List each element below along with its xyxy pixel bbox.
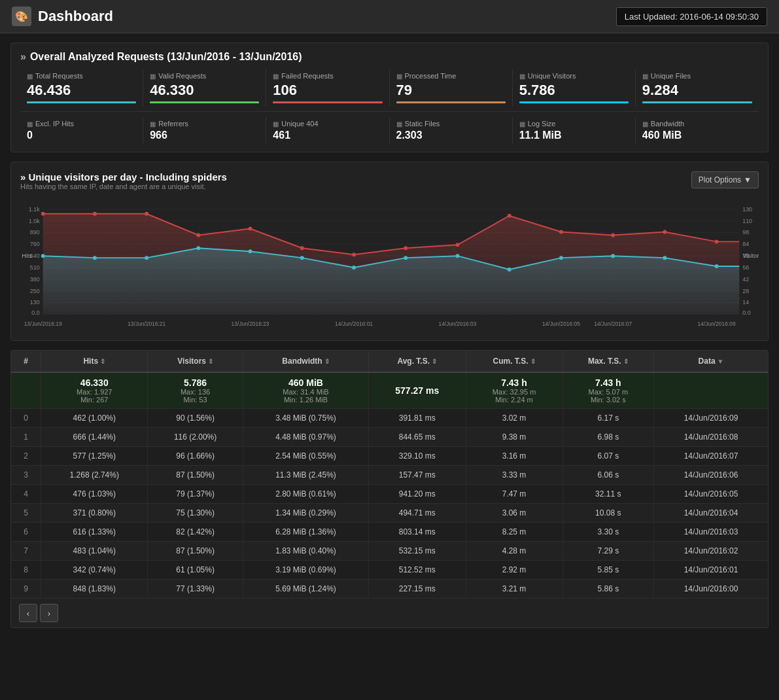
chart-icon: ▦ bbox=[273, 120, 279, 128]
svg-point-47 bbox=[93, 256, 97, 260]
row-num: 7 bbox=[11, 542, 41, 561]
row-cum-ts: 9.38 m bbox=[466, 428, 563, 447]
row-num: 4 bbox=[11, 485, 41, 504]
chart-icon: ▦ bbox=[642, 120, 648, 128]
svg-point-46 bbox=[41, 254, 45, 258]
svg-point-57 bbox=[611, 254, 615, 258]
col-header-num: # bbox=[11, 351, 41, 372]
svg-text:0.0: 0.0 bbox=[31, 309, 39, 316]
svg-text:1.0k: 1.0k bbox=[29, 218, 40, 224]
svg-text:14/Jun/2016:07: 14/Jun/2016:07 bbox=[594, 321, 632, 327]
row-avg-ts: 803.14 ms bbox=[369, 523, 466, 542]
row-avg-ts: 941.20 ms bbox=[369, 485, 466, 504]
col-header-avg-ts[interactable]: Avg. T.S. ⇕ bbox=[369, 351, 466, 372]
row-bandwidth: 2.54 MiB (0.55%) bbox=[243, 447, 369, 466]
svg-point-40 bbox=[508, 214, 511, 218]
svg-text:13/Jun/2016:23: 13/Jun/2016:23 bbox=[232, 321, 269, 327]
stat-value-total-requests: 46.436 bbox=[27, 82, 136, 99]
summary-cum-ts: 7.43 hMax: 32.95 mMin: 2.24 m bbox=[466, 372, 563, 409]
stat-unique-files: ▦ Unique Files 9.284 bbox=[636, 69, 759, 106]
stat-label-static-files: ▦ Static Files bbox=[396, 120, 506, 128]
stat-bar-valid-requests bbox=[150, 101, 259, 103]
next-page-button[interactable]: › bbox=[40, 604, 58, 622]
row-max-ts: 3.30 s bbox=[563, 523, 654, 542]
col-header-max-ts[interactable]: Max. T.S. ⇕ bbox=[563, 351, 654, 372]
row-visitors: 116 (2.00%) bbox=[148, 428, 243, 447]
row-bandwidth: 3.19 MiB (0.69%) bbox=[243, 561, 369, 580]
svg-text:13/Jun/2016:21: 13/Jun/2016:21 bbox=[128, 321, 165, 327]
last-updated-badge: Last Updated: 2016-06-14 09:50:30 bbox=[616, 7, 767, 26]
row-cum-ts: 4.28 m bbox=[466, 542, 563, 561]
stat-value-bandwidth: 460 MiB bbox=[642, 130, 752, 141]
chart-title-block: » Unique visitors per day - Including sp… bbox=[20, 171, 227, 197]
stat-value-valid-requests: 46.330 bbox=[150, 82, 259, 99]
stat-referrers: ▦ Referrers 966 bbox=[143, 117, 266, 144]
row-cum-ts: 3.16 m bbox=[466, 447, 563, 466]
col-header-visitors[interactable]: Visitors ⇕ bbox=[148, 351, 243, 372]
chart-icon: ▦ bbox=[27, 73, 33, 80]
svg-text:13/Jun/2016:19: 13/Jun/2016:19 bbox=[24, 321, 62, 327]
svg-text:98: 98 bbox=[742, 229, 749, 236]
row-num: 3 bbox=[11, 466, 41, 485]
svg-point-48 bbox=[145, 256, 148, 260]
svg-text:56: 56 bbox=[742, 264, 749, 271]
row-avg-ts: 532.15 ms bbox=[369, 542, 466, 561]
svg-point-49 bbox=[196, 246, 200, 250]
stat-excl-ip-hits: ▦ Excl. IP Hits 0 bbox=[20, 117, 143, 144]
row-cum-ts: 3.06 m bbox=[466, 504, 563, 523]
svg-text:1.1k: 1.1k bbox=[29, 206, 40, 213]
svg-text:760: 760 bbox=[30, 241, 40, 247]
summary-visitors: 5.786Max: 136Min: 53 bbox=[148, 372, 243, 409]
stat-value-unique-404: 461 bbox=[273, 130, 382, 141]
row-hits: 1.268 (2.74%) bbox=[41, 466, 148, 485]
row-data: 14/Jun/2016:08 bbox=[654, 428, 768, 447]
stat-label-unique-visitors: ▦ Unique Visitors bbox=[519, 72, 629, 80]
svg-point-37 bbox=[352, 253, 356, 256]
table-row: 4 476 (1.03%) 79 (1.37%) 2.80 MiB (0.61%… bbox=[11, 485, 768, 504]
row-max-ts: 6.17 s bbox=[563, 409, 654, 428]
svg-point-42 bbox=[611, 233, 615, 237]
plot-options-button[interactable]: Plot Options ▼ bbox=[691, 171, 759, 188]
stat-total-requests: ▦ Total Requests 46.436 bbox=[20, 69, 143, 106]
table-row: 5 371 (0.80%) 75 (1.30%) 1.34 MiB (0.29%… bbox=[11, 504, 768, 523]
chart-icon: ▦ bbox=[642, 73, 648, 80]
col-header-cum-ts[interactable]: Cum. T.S. ⇕ bbox=[466, 351, 563, 372]
chart-container: 1.1k 1.0k 890 760 640 510 380 250 130 0.… bbox=[20, 200, 759, 331]
svg-text:Visitors: Visitors bbox=[743, 253, 759, 259]
svg-point-54 bbox=[456, 254, 460, 258]
chart-icon: ▦ bbox=[273, 73, 279, 80]
row-max-ts: 10.08 s bbox=[563, 504, 654, 523]
svg-point-53 bbox=[404, 256, 407, 260]
row-data: 14/Jun/2016:03 bbox=[654, 523, 768, 542]
col-header-data[interactable]: Data ▼ bbox=[654, 351, 768, 372]
row-avg-ts: 157.47 ms bbox=[369, 466, 466, 485]
table-row: 1 666 (1.44%) 116 (2.00%) 4.48 MiB (0.97… bbox=[11, 428, 768, 447]
stat-label-excl-ip-hits: ▦ Excl. IP Hits bbox=[27, 120, 136, 128]
svg-point-34 bbox=[196, 233, 200, 237]
col-header-hits[interactable]: Hits ⇕ bbox=[41, 351, 148, 372]
svg-point-52 bbox=[352, 266, 356, 270]
stat-label-failed-requests: ▦ Failed Requests bbox=[273, 72, 382, 80]
col-header-bandwidth[interactable]: Bandwidth ⇕ bbox=[243, 351, 369, 372]
svg-point-39 bbox=[456, 243, 460, 247]
svg-point-51 bbox=[300, 256, 304, 260]
prev-page-button[interactable]: ‹ bbox=[19, 604, 37, 622]
svg-text:380: 380 bbox=[30, 276, 40, 283]
data-table: # Hits ⇕ Visitors ⇕ Bandwidth ⇕ Avg. T.S… bbox=[11, 351, 768, 599]
row-bandwidth: 11.3 MiB (2.45%) bbox=[243, 466, 369, 485]
row-visitors: 77 (1.33%) bbox=[148, 580, 243, 599]
svg-text:14/Jun/2016:03: 14/Jun/2016:03 bbox=[438, 321, 476, 327]
row-data: 14/Jun/2016:04 bbox=[654, 504, 768, 523]
stat-bandwidth: ▦ Bandwidth 460 MiB bbox=[636, 117, 759, 144]
stat-unique-404: ▦ Unique 404 461 bbox=[266, 117, 389, 144]
row-hits: 342 (0.74%) bbox=[41, 561, 148, 580]
chart-section-header: » Unique visitors per day - Including sp… bbox=[20, 171, 759, 197]
svg-text:14/Jun/2016:01: 14/Jun/2016:01 bbox=[335, 321, 373, 327]
row-avg-ts: 227.15 ms bbox=[369, 580, 466, 599]
row-max-ts: 7.29 s bbox=[563, 542, 654, 561]
table-row: 3 1.268 (2.74%) 87 (1.50%) 11.3 MiB (2.4… bbox=[11, 466, 768, 485]
row-num: 0 bbox=[11, 409, 41, 428]
stat-value-referrers: 966 bbox=[150, 130, 259, 141]
svg-text:250: 250 bbox=[30, 288, 40, 294]
row-bandwidth: 1.34 MiB (0.29%) bbox=[243, 504, 369, 523]
